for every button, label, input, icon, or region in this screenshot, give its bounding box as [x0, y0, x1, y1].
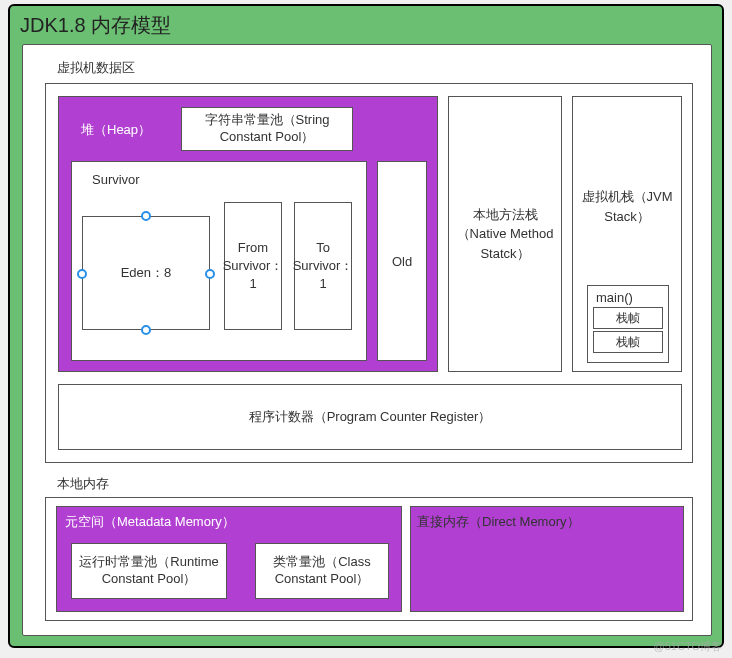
main-frame-container: main() 栈帧 栈帧	[587, 285, 669, 363]
direct-memory-label: 直接内存（Direct Memory）	[417, 513, 580, 531]
selection-handle-top[interactable]	[141, 211, 151, 221]
vm-data-area-label: 虚拟机数据区	[57, 59, 135, 77]
selection-handle-right[interactable]	[205, 269, 215, 279]
to-survivor-box: To Survivor：1	[294, 202, 352, 330]
stack-frame-2: 栈帧	[593, 331, 663, 353]
diagram-outer: JDK1.8 内存模型 虚拟机数据区 堆（Heap） 字符串常量池（String…	[8, 4, 724, 648]
program-counter-register: 程序计数器（Program Counter Register）	[58, 384, 682, 450]
old-gen-box: Old	[377, 161, 427, 361]
stack-frame-1: 栈帧	[593, 307, 663, 329]
selection-handle-left[interactable]	[77, 269, 87, 279]
metaspace-label: 元空间（Metadata Memory）	[65, 513, 235, 531]
metaspace-box: 元空间（Metadata Memory） 运行时常量池（Runtime Cons…	[56, 506, 402, 612]
eden-label: Eden：8	[121, 264, 172, 282]
from-survivor-box: From Survivor：1	[224, 202, 282, 330]
survivor-label: Survivor	[92, 172, 140, 187]
main-label: main()	[592, 290, 664, 305]
local-memory-label: 本地内存	[57, 475, 109, 493]
selection-handle-bottom[interactable]	[141, 325, 151, 335]
eden-box[interactable]: Eden：8	[82, 216, 210, 330]
jvm-stack: 虚拟机栈（JVM Stack） main() 栈帧 栈帧	[572, 96, 682, 372]
heap-box: 堆（Heap） 字符串常量池（String Constant Pool） Sur…	[58, 96, 438, 372]
direct-memory-box: 直接内存（Direct Memory）	[410, 506, 684, 612]
local-memory-area: 元空间（Metadata Memory） 运行时常量池（Runtime Cons…	[45, 497, 693, 621]
string-constant-pool: 字符串常量池（String Constant Pool）	[181, 107, 353, 151]
vm-data-area: 堆（Heap） 字符串常量池（String Constant Pool） Sur…	[45, 83, 693, 463]
diagram-title: JDK1.8 内存模型	[20, 12, 171, 39]
runtime-constant-pool: 运行时常量池（Runtime Constant Pool）	[71, 543, 227, 599]
class-constant-pool: 类常量池（Class Constant Pool）	[255, 543, 389, 599]
watermark: @51CTO博客	[654, 639, 722, 654]
jvm-stack-label: 虚拟机栈（JVM Stack）	[573, 187, 681, 226]
heap-label: 堆（Heap）	[81, 121, 151, 139]
native-method-stack: 本地方法栈（Native Method Statck）	[448, 96, 562, 372]
survivor-area: Survivor Eden：8 From Survivor：1 To Survi…	[71, 161, 367, 361]
inner-panel: 虚拟机数据区 堆（Heap） 字符串常量池（String Constant Po…	[22, 44, 712, 636]
